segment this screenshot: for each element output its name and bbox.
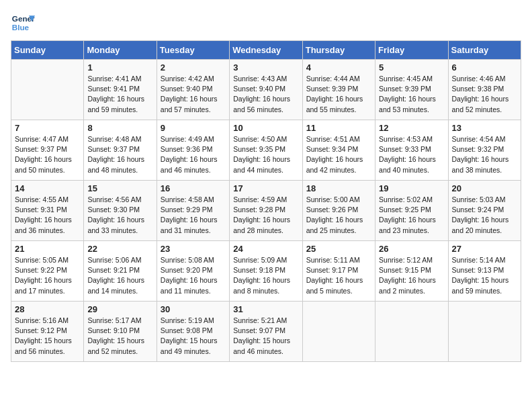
calendar-cell: 2Sunrise: 4:42 AMSunset: 9:40 PMDaylight… [157, 60, 229, 120]
calendar-cell: 31Sunrise: 5:21 AMSunset: 9:07 PMDayligh… [230, 302, 302, 362]
day-info: Sunrise: 4:59 AMSunset: 9:28 PMDaylight:… [233, 195, 298, 236]
day-info: Sunrise: 4:50 AMSunset: 9:35 PMDaylight:… [233, 134, 298, 175]
day-info: Sunrise: 4:46 AMSunset: 9:38 PMDaylight:… [452, 74, 517, 115]
day-info: Sunrise: 5:21 AMSunset: 9:07 PMDaylight:… [233, 316, 298, 357]
day-info: Sunrise: 4:49 AMSunset: 9:36 PMDaylight:… [161, 134, 226, 175]
calendar-table: SundayMondayTuesdayWednesdayThursdayFrid… [11, 40, 521, 362]
svg-text:Blue: Blue [12, 23, 30, 32]
calendar-cell: 3Sunrise: 4:43 AMSunset: 9:40 PMDaylight… [230, 60, 302, 120]
day-number: 20 [452, 183, 517, 193]
calendar-cell: 20Sunrise: 5:03 AMSunset: 9:24 PMDayligh… [448, 181, 521, 241]
day-info: Sunrise: 5:16 AMSunset: 9:12 PMDaylight:… [15, 316, 80, 357]
calendar-cell: 18Sunrise: 5:00 AMSunset: 9:26 PMDayligh… [302, 181, 375, 241]
calendar-week-row: 14Sunrise: 4:55 AMSunset: 9:31 PMDayligh… [11, 181, 521, 241]
day-number: 21 [15, 244, 80, 254]
day-info: Sunrise: 5:12 AMSunset: 9:15 PMDaylight:… [379, 255, 444, 296]
day-number: 18 [306, 183, 371, 193]
calendar-cell: 4Sunrise: 4:44 AMSunset: 9:39 PMDaylight… [302, 60, 375, 120]
calendar-cell: 17Sunrise: 4:59 AMSunset: 9:28 PMDayligh… [230, 181, 302, 241]
calendar-cell: 13Sunrise: 4:54 AMSunset: 9:32 PMDayligh… [448, 120, 521, 181]
calendar-cell: 10Sunrise: 4:50 AMSunset: 9:35 PMDayligh… [230, 120, 302, 181]
day-info: Sunrise: 5:17 AMSunset: 9:10 PMDaylight:… [87, 316, 152, 357]
day-number: 26 [379, 244, 444, 254]
day-number: 22 [87, 244, 152, 254]
day-number: 2 [161, 62, 226, 73]
day-number: 30 [161, 304, 226, 314]
day-number: 14 [15, 183, 80, 193]
day-number: 13 [452, 123, 517, 133]
calendar-cell: 11Sunrise: 4:51 AMSunset: 9:34 PMDayligh… [302, 120, 375, 181]
header: General Blue [11, 11, 521, 35]
day-number: 25 [306, 244, 371, 254]
header-cell-thursday: Thursday [302, 41, 375, 60]
calendar-cell: 24Sunrise: 5:09 AMSunset: 9:18 PMDayligh… [230, 241, 302, 302]
day-number: 31 [233, 304, 298, 314]
logo-icon: General Blue [11, 11, 35, 35]
calendar-cell: 26Sunrise: 5:12 AMSunset: 9:15 PMDayligh… [375, 241, 448, 302]
day-info: Sunrise: 4:54 AMSunset: 9:32 PMDaylight:… [452, 134, 517, 175]
header-cell-sunday: Sunday [11, 41, 84, 60]
day-info: Sunrise: 4:44 AMSunset: 9:39 PMDaylight:… [306, 74, 371, 115]
header-cell-monday: Monday [84, 41, 157, 60]
day-number: 10 [233, 123, 298, 133]
calendar-week-row: 7Sunrise: 4:47 AMSunset: 9:37 PMDaylight… [11, 120, 521, 181]
day-number: 19 [379, 183, 444, 193]
day-number: 12 [379, 123, 444, 133]
calendar-week-row: 21Sunrise: 5:05 AMSunset: 9:22 PMDayligh… [11, 241, 521, 302]
calendar-cell: 6Sunrise: 4:46 AMSunset: 9:38 PMDaylight… [448, 60, 521, 120]
day-info: Sunrise: 5:19 AMSunset: 9:08 PMDaylight:… [161, 316, 226, 357]
day-number: 11 [306, 123, 371, 133]
calendar-cell [448, 302, 521, 362]
day-info: Sunrise: 4:43 AMSunset: 9:40 PMDaylight:… [233, 74, 298, 115]
calendar-cell: 15Sunrise: 4:56 AMSunset: 9:30 PMDayligh… [84, 181, 157, 241]
day-number: 8 [87, 123, 152, 133]
day-number: 23 [161, 244, 226, 254]
calendar-header-row: SundayMondayTuesdayWednesdayThursdayFrid… [11, 41, 521, 60]
calendar-cell: 16Sunrise: 4:58 AMSunset: 9:29 PMDayligh… [157, 181, 229, 241]
logo: General Blue [11, 11, 35, 35]
day-info: Sunrise: 4:51 AMSunset: 9:34 PMDaylight:… [306, 134, 371, 175]
day-info: Sunrise: 4:41 AMSunset: 9:41 PMDaylight:… [87, 74, 152, 115]
day-number: 17 [233, 183, 298, 193]
day-info: Sunrise: 4:53 AMSunset: 9:33 PMDaylight:… [379, 134, 444, 175]
calendar-cell: 9Sunrise: 4:49 AMSunset: 9:36 PMDaylight… [157, 120, 229, 181]
day-number: 15 [87, 183, 152, 193]
day-number: 7 [15, 123, 80, 133]
day-number: 6 [452, 62, 517, 73]
calendar-cell: 12Sunrise: 4:53 AMSunset: 9:33 PMDayligh… [375, 120, 448, 181]
header-cell-wednesday: Wednesday [230, 41, 302, 60]
calendar-cell: 27Sunrise: 5:14 AMSunset: 9:13 PMDayligh… [448, 241, 521, 302]
day-info: Sunrise: 5:14 AMSunset: 9:13 PMDaylight:… [452, 255, 517, 296]
calendar-cell: 30Sunrise: 5:19 AMSunset: 9:08 PMDayligh… [157, 302, 229, 362]
calendar-cell [375, 302, 448, 362]
calendar-cell: 7Sunrise: 4:47 AMSunset: 9:37 PMDaylight… [11, 120, 84, 181]
day-info: Sunrise: 5:00 AMSunset: 9:26 PMDaylight:… [306, 195, 371, 236]
day-number: 3 [233, 62, 298, 73]
calendar-cell: 1Sunrise: 4:41 AMSunset: 9:41 PMDaylight… [84, 60, 157, 120]
day-number: 29 [87, 304, 152, 314]
day-number: 4 [306, 62, 371, 73]
day-info: Sunrise: 5:06 AMSunset: 9:21 PMDaylight:… [87, 255, 152, 296]
day-number: 27 [452, 244, 517, 254]
calendar-cell: 14Sunrise: 4:55 AMSunset: 9:31 PMDayligh… [11, 181, 84, 241]
day-info: Sunrise: 4:55 AMSunset: 9:31 PMDaylight:… [15, 195, 80, 236]
day-info: Sunrise: 5:09 AMSunset: 9:18 PMDaylight:… [233, 255, 298, 296]
day-number: 24 [233, 244, 298, 254]
calendar-cell [11, 60, 84, 120]
calendar-cell: 19Sunrise: 5:02 AMSunset: 9:25 PMDayligh… [375, 181, 448, 241]
day-number: 16 [161, 183, 226, 193]
day-info: Sunrise: 4:42 AMSunset: 9:40 PMDaylight:… [161, 74, 226, 115]
calendar-cell: 21Sunrise: 5:05 AMSunset: 9:22 PMDayligh… [11, 241, 84, 302]
calendar-cell: 23Sunrise: 5:08 AMSunset: 9:20 PMDayligh… [157, 241, 229, 302]
day-number: 5 [379, 62, 444, 73]
day-info: Sunrise: 5:05 AMSunset: 9:22 PMDaylight:… [15, 255, 80, 296]
calendar-cell: 28Sunrise: 5:16 AMSunset: 9:12 PMDayligh… [11, 302, 84, 362]
day-info: Sunrise: 5:03 AMSunset: 9:24 PMDaylight:… [452, 195, 517, 236]
day-number: 9 [161, 123, 226, 133]
day-info: Sunrise: 4:47 AMSunset: 9:37 PMDaylight:… [15, 134, 80, 175]
day-info: Sunrise: 4:45 AMSunset: 9:39 PMDaylight:… [379, 74, 444, 115]
calendar-cell [302, 302, 375, 362]
day-info: Sunrise: 4:58 AMSunset: 9:29 PMDaylight:… [161, 195, 226, 236]
calendar-cell: 22Sunrise: 5:06 AMSunset: 9:21 PMDayligh… [84, 241, 157, 302]
day-info: Sunrise: 5:08 AMSunset: 9:20 PMDaylight:… [161, 255, 226, 296]
